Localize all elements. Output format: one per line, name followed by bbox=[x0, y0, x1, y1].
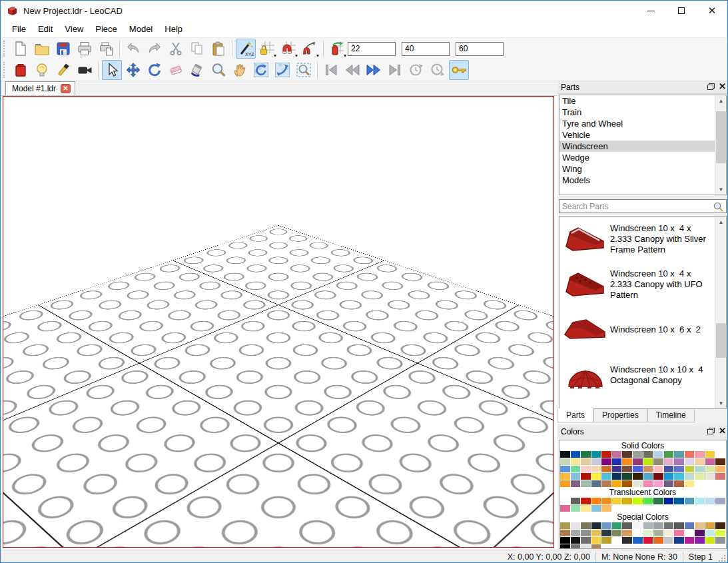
color-swatch[interactable] bbox=[622, 451, 632, 458]
color-swatch[interactable] bbox=[622, 458, 632, 465]
float-panel-icon[interactable] bbox=[707, 428, 715, 434]
select-tool-button[interactable] bbox=[102, 60, 122, 80]
category-scrollbar[interactable]: ▲ ▼ bbox=[715, 95, 726, 195]
color-swatch[interactable] bbox=[591, 466, 601, 472]
light-button[interactable] bbox=[32, 60, 52, 80]
title-bar[interactable]: New Project.ldr - LeoCAD ✕ bbox=[1, 1, 727, 21]
first-step-button[interactable] bbox=[321, 60, 341, 80]
color-swatch[interactable] bbox=[581, 544, 591, 549]
color-swatch[interactable] bbox=[653, 466, 663, 472]
part-item[interactable]: Windscreen 10 x 4 x 2.333 Canopy with UF… bbox=[559, 262, 726, 307]
color-swatch[interactable] bbox=[695, 466, 705, 472]
color-swatch[interactable] bbox=[591, 473, 601, 480]
color-swatch[interactable] bbox=[591, 544, 601, 549]
toolbar-drag-handle[interactable] bbox=[3, 41, 7, 57]
color-swatch[interactable] bbox=[560, 451, 570, 458]
color-swatch[interactable] bbox=[633, 473, 643, 480]
color-swatch[interactable] bbox=[674, 451, 684, 458]
color-swatch[interactable] bbox=[674, 458, 684, 465]
color-swatch[interactable] bbox=[685, 530, 695, 536]
add-keys-button[interactable] bbox=[449, 60, 469, 80]
search-icon[interactable] bbox=[713, 201, 725, 212]
color-swatch[interactable] bbox=[664, 451, 674, 458]
color-swatch[interactable] bbox=[601, 522, 611, 529]
color-swatch[interactable] bbox=[715, 498, 725, 504]
color-swatch[interactable] bbox=[601, 537, 611, 544]
color-swatch[interactable] bbox=[571, 451, 581, 458]
color-swatch[interactable] bbox=[674, 537, 684, 544]
menu-edit[interactable]: Edit bbox=[32, 21, 59, 37]
close-panel-icon[interactable]: ✕ bbox=[719, 427, 726, 435]
color-swatch[interactable] bbox=[612, 522, 622, 529]
color-swatch[interactable] bbox=[685, 473, 695, 480]
zoom-region-tool-button[interactable] bbox=[294, 60, 314, 80]
paint-tool-button[interactable] bbox=[187, 60, 207, 80]
close-panel-icon[interactable]: ✕ bbox=[719, 83, 726, 91]
color-swatch[interactable] bbox=[705, 473, 715, 480]
color-swatch[interactable] bbox=[601, 466, 611, 472]
color-swatch[interactable] bbox=[633, 466, 643, 472]
color-swatch[interactable] bbox=[622, 522, 632, 529]
color-swatch[interactable] bbox=[643, 530, 653, 536]
color-swatch[interactable] bbox=[560, 522, 570, 529]
scroll-down-icon[interactable]: ▼ bbox=[715, 398, 727, 408]
category-item[interactable]: Wing bbox=[559, 163, 726, 175]
previous-step-button[interactable] bbox=[342, 60, 362, 80]
tab-timeline[interactable]: Timeline bbox=[647, 409, 695, 422]
scroll-down-icon[interactable]: ▼ bbox=[715, 184, 727, 195]
category-item[interactable]: Vehicle bbox=[559, 129, 726, 141]
color-swatch[interactable] bbox=[633, 498, 643, 504]
color-swatch[interactable] bbox=[581, 458, 591, 465]
color-swatch[interactable] bbox=[581, 522, 591, 529]
color-swatch[interactable] bbox=[581, 505, 591, 512]
color-swatch[interactable] bbox=[643, 451, 653, 458]
part-item[interactable]: Windscreen 10 x 10 x 4 bbox=[559, 398, 726, 409]
copy-button[interactable] bbox=[187, 39, 207, 59]
color-swatch[interactable] bbox=[571, 466, 581, 472]
part-item[interactable]: Windscreen 10 x 4 x 2.333 Canopy with Si… bbox=[559, 217, 726, 262]
color-swatch[interactable] bbox=[715, 522, 725, 529]
pan-tool-button[interactable] bbox=[230, 60, 250, 80]
color-swatch[interactable] bbox=[695, 451, 705, 458]
category-item[interactable]: Windscreen bbox=[559, 141, 726, 152]
menu-help[interactable]: Help bbox=[159, 21, 188, 37]
model-tab[interactable]: Model #1.ldr ✕ bbox=[5, 81, 75, 95]
color-swatch[interactable] bbox=[571, 505, 581, 512]
undo-button[interactable] bbox=[123, 39, 143, 59]
color-swatch[interactable] bbox=[601, 458, 611, 465]
category-item[interactable]: Tile bbox=[559, 95, 726, 107]
color-swatch[interactable] bbox=[633, 458, 643, 465]
color-swatch[interactable] bbox=[643, 522, 653, 529]
color-swatch[interactable] bbox=[581, 473, 591, 480]
color-swatch[interactable] bbox=[695, 498, 705, 504]
transform-z-input[interactable] bbox=[456, 42, 504, 56]
color-swatch[interactable] bbox=[695, 522, 705, 529]
color-swatch[interactable] bbox=[653, 480, 663, 487]
color-swatch[interactable] bbox=[581, 480, 591, 487]
color-swatch[interactable] bbox=[664, 498, 674, 504]
move-tool-button[interactable] bbox=[123, 60, 143, 80]
scroll-up-icon[interactable]: ▲ bbox=[715, 95, 727, 106]
category-item[interactable]: Models bbox=[559, 175, 726, 186]
minimize-button[interactable] bbox=[635, 1, 666, 21]
tab-close-icon[interactable]: ✕ bbox=[61, 84, 71, 93]
color-swatch[interactable] bbox=[664, 473, 674, 480]
color-swatch[interactable] bbox=[685, 498, 695, 504]
color-swatch[interactable] bbox=[571, 473, 581, 480]
color-swatch[interactable] bbox=[674, 522, 684, 529]
color-swatch[interactable] bbox=[612, 451, 622, 458]
transform-x-input[interactable] bbox=[348, 42, 396, 56]
parts-list[interactable]: Windscreen 10 x 4 x 2.333 Canopy with Si… bbox=[559, 216, 727, 409]
color-swatch[interactable] bbox=[612, 466, 622, 472]
lock-axes-button[interactable]: ▾ bbox=[257, 39, 277, 59]
color-swatch[interactable] bbox=[560, 498, 570, 504]
color-swatch[interactable] bbox=[643, 473, 653, 480]
color-swatch[interactable] bbox=[633, 537, 643, 544]
paste-button[interactable] bbox=[208, 39, 228, 59]
color-swatch[interactable] bbox=[705, 537, 715, 544]
color-swatch[interactable] bbox=[705, 466, 715, 472]
color-swatch[interactable] bbox=[664, 458, 674, 465]
color-swatch[interactable] bbox=[571, 530, 581, 536]
color-swatch[interactable] bbox=[674, 466, 684, 472]
color-swatch[interactable] bbox=[705, 522, 715, 529]
